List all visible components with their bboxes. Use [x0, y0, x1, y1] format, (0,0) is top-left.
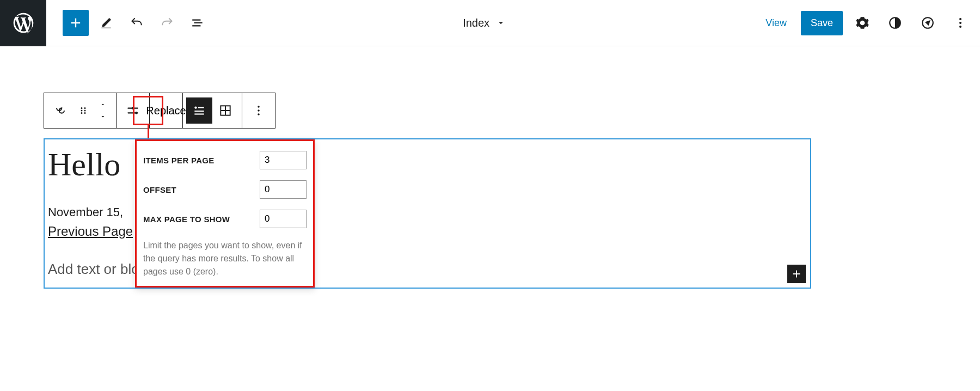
replace-button[interactable]: Replace	[153, 97, 179, 124]
svg-point-2	[959, 18, 961, 20]
svg-rect-15	[194, 111, 204, 112]
max-page-input[interactable]	[260, 210, 307, 228]
block-toolbar: Replace	[44, 93, 275, 129]
list-view-icon	[191, 16, 205, 30]
chevron-down-icon	[99, 113, 107, 120]
svg-point-4	[959, 26, 961, 28]
editor-top-bar: Index View Save	[0, 0, 980, 46]
grid-layout-icon	[218, 103, 232, 118]
toolbar-left	[63, 10, 211, 36]
more-options-button[interactable]	[947, 10, 973, 36]
wordpress-icon	[11, 11, 35, 35]
svg-point-8	[84, 107, 86, 109]
query-loop-block-icon-button[interactable]	[47, 97, 74, 124]
add-block-button[interactable]	[63, 10, 89, 36]
svg-point-9	[84, 110, 86, 112]
undo-icon	[130, 16, 144, 30]
move-down-button[interactable]	[99, 111, 107, 123]
chevron-down-icon	[496, 18, 506, 28]
view-link[interactable]: View	[758, 13, 794, 33]
more-vertical-icon	[257, 104, 260, 117]
list-view-button[interactable]	[185, 10, 211, 36]
sliders-icon	[126, 103, 140, 118]
svg-point-5	[81, 107, 83, 109]
settings-button[interactable]	[849, 10, 875, 36]
offset-input[interactable]	[260, 180, 307, 199]
plus-icon	[791, 268, 803, 280]
items-per-page-input[interactable]	[260, 151, 307, 169]
svg-rect-14	[198, 107, 204, 108]
compass-icon	[921, 16, 935, 30]
wordpress-logo[interactable]	[0, 0, 46, 46]
drag-handle-icon	[78, 106, 88, 115]
chevron-up-icon	[99, 101, 107, 108]
pencil-icon	[99, 16, 113, 30]
svg-point-19	[258, 109, 260, 112]
display-settings-popover: ITEMS PER PAGE OFFSET MAX PAGE TO SHOW L…	[135, 139, 315, 288]
svg-rect-16	[194, 113, 204, 114]
redo-icon	[160, 16, 174, 30]
query-loop-icon	[53, 103, 68, 118]
svg-point-13	[194, 106, 197, 108]
block-more-options-button[interactable]	[246, 97, 272, 124]
document-title: Index	[463, 17, 489, 29]
svg-point-12	[135, 112, 138, 114]
toolbar-right: View Save	[758, 10, 973, 36]
svg-point-7	[81, 112, 83, 114]
offset-label: OFFSET	[143, 185, 176, 194]
styles-button[interactable]	[882, 10, 908, 36]
inline-add-block-button[interactable]	[787, 265, 806, 283]
grid-layout-button[interactable]	[212, 97, 238, 124]
svg-point-10	[84, 112, 86, 114]
navigation-button[interactable]	[915, 10, 941, 36]
svg-point-11	[132, 107, 134, 109]
gear-icon	[855, 16, 869, 30]
list-layout-button[interactable]	[186, 97, 212, 124]
document-title-dropdown[interactable]: Index	[211, 17, 758, 29]
redo-button[interactable]	[154, 10, 180, 36]
previous-page-link[interactable]: Previous Page	[45, 224, 136, 239]
svg-point-18	[258, 106, 260, 108]
move-up-down	[93, 99, 113, 123]
display-settings-button[interactable]	[120, 97, 146, 124]
drag-handle-button[interactable]	[74, 97, 93, 124]
more-vertical-icon	[959, 16, 962, 29]
max-page-help-text: Limit the pages you want to show, even i…	[143, 239, 307, 278]
svg-point-3	[959, 22, 961, 24]
save-button[interactable]: Save	[801, 11, 843, 35]
undo-button[interactable]	[124, 10, 150, 36]
svg-point-6	[81, 110, 83, 112]
plus-icon	[68, 15, 83, 30]
svg-point-20	[258, 113, 260, 115]
edit-tool-button[interactable]	[93, 10, 119, 36]
move-up-button[interactable]	[99, 99, 107, 111]
items-per-page-label: ITEMS PER PAGE	[143, 156, 215, 165]
max-page-label: MAX PAGE TO SHOW	[143, 215, 230, 224]
contrast-icon	[888, 16, 902, 30]
list-layout-icon	[192, 103, 206, 118]
